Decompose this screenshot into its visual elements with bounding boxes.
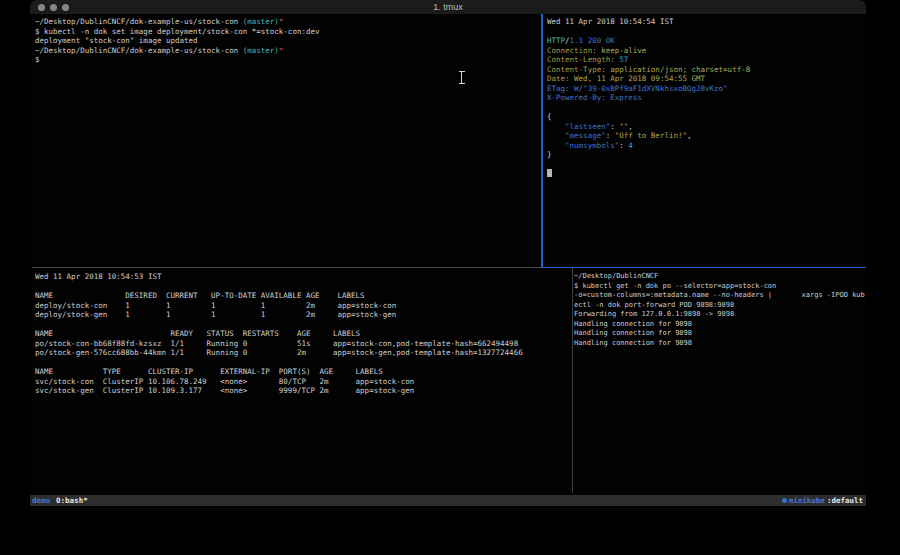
- text-segment: Wed 11 Apr 2018 10:54:54 IST: [547, 17, 673, 26]
- pane-http-response[interactable]: Wed 11 Apr 2018 10:54:54 IST HTTP/1.1 20…: [547, 17, 865, 265]
- text-segment: ~/Desktop/DublinCNCF/dok-example-us/stoc…: [35, 46, 243, 55]
- text-segment: ectl -n dok port-forward POD 9898:9898: [574, 301, 734, 309]
- terminal-line: [547, 169, 865, 179]
- text-segment: :: [619, 141, 628, 150]
- terminal-line: HTTP/1.1 200 OK: [547, 36, 865, 46]
- terminal-line: [547, 27, 865, 37]
- text-segment: Connection:: [547, 46, 597, 55]
- terminal-line: "message": "Off to Berlin!",: [547, 131, 865, 141]
- text-segment: application/json; charset=utf-8: [606, 65, 751, 74]
- terminal-line: }: [547, 150, 865, 160]
- terminal-line: X-Powered-By: Express: [547, 93, 865, 103]
- terminal-window: 1. tmux ~/Desktop/DublinCNCF/dok-example…: [30, 0, 866, 512]
- blank-line: [35, 282, 570, 292]
- text-segment: Forwarding from 127.0.0.1:9898 -> 9898: [574, 310, 734, 318]
- blank-line: [35, 320, 570, 330]
- text-segment: 57: [615, 55, 629, 64]
- text-segment: Handling connection for 9898: [574, 320, 692, 328]
- terminal-line: Content-Length: 57: [547, 55, 865, 65]
- text-segment: $ kubectl get -n dok po --selector=app=s…: [574, 282, 776, 290]
- title-bar[interactable]: 1. tmux: [30, 0, 866, 14]
- terminal-line: Forwarding from 127.0.0.1:9898 -> 9898: [574, 310, 866, 320]
- text-segment: HTTP: [547, 36, 565, 45]
- text-segment: W/"39-0xBPf9aF1dXVNkhsxoBQgJ8vKzo": [570, 84, 728, 93]
- text-segment: [547, 131, 565, 140]
- text-cursor-pointer: [458, 71, 465, 84]
- terminal-line: Handling connection for 9898: [574, 339, 866, 349]
- terminal-line: Content-Type: application/json; charset=…: [547, 65, 865, 75]
- terminal-line: ~/Desktop/DublinCNCF/dok-example-us/stoc…: [35, 17, 535, 27]
- deployments-table: NAME DESIRED CURRENT UP-TO-DATE AVAILABL…: [35, 291, 570, 320]
- text-segment: Content-Length:: [547, 55, 615, 64]
- kube-context-namespace: :default: [827, 495, 863, 506]
- terminal-line: Handling connection for 9898: [574, 329, 866, 339]
- terminal-line: [547, 160, 865, 170]
- pane-port-forward[interactable]: ~/Desktop/DublinCNCF$ kubectl get -n dok…: [574, 272, 866, 492]
- text-segment: [547, 141, 565, 150]
- terminal-line: ETag: W/"39-0xBPf9aF1dXVNkhsxoBQgJ8vKzo": [547, 84, 865, 94]
- blank-line: [35, 358, 570, 368]
- text-segment: Handling connection for 9898: [574, 339, 692, 347]
- text-segment: *: [279, 17, 284, 26]
- pane-divider-vertical-active[interactable]: [541, 14, 543, 268]
- text-segment: :: [610, 122, 619, 131]
- text-segment: :: [606, 131, 615, 140]
- tmux-window-item-bash[interactable]: 0:bash*: [56, 496, 88, 505]
- terminal-line: Wed 11 Apr 2018 10:54:54 IST: [547, 17, 865, 27]
- text-segment: deployment "stock-con" image updated: [35, 36, 198, 45]
- text-segment: -o=custom-columns=:metadata.name --no-he…: [574, 291, 865, 299]
- terminal-line: ectl -n dok port-forward POD 9898:9898: [574, 301, 866, 311]
- window-title: 1. tmux: [30, 2, 866, 12]
- kubernetes-context-icon: [782, 498, 787, 503]
- text-segment: ,: [628, 122, 633, 131]
- pods-table: NAME READY STATUS RESTARTS AGE LABELS po…: [35, 329, 570, 358]
- text-segment: X-Powered-By:: [547, 93, 606, 102]
- text-segment: [547, 122, 565, 131]
- text-segment: 1.1 200: [570, 36, 602, 45]
- terminal-line: deployment "stock-con" image updated: [35, 36, 535, 46]
- terminal-line: ~/Desktop/DublinCNCF: [574, 272, 866, 282]
- watch-timestamp: Wed 11 Apr 2018 10:54:53 IST: [35, 272, 570, 282]
- terminal-line: "numsymbols": 4: [547, 141, 865, 151]
- services-table: NAME TYPE CLUSTER-IP EXTERNAL-IP PORT(S)…: [35, 367, 570, 396]
- terminal-cursor: [547, 169, 552, 177]
- text-segment: keep-alive: [597, 46, 647, 55]
- kube-context-indicator: minikube:default: [782, 495, 863, 506]
- text-segment: OK: [606, 36, 615, 45]
- pane-kubectl-watch[interactable]: Wed 11 Apr 2018 10:54:53 IST NAME DESIRE…: [35, 272, 570, 492]
- pane-divider-horizontal-inactive[interactable]: [32, 267, 541, 268]
- text-segment: (master): [243, 46, 279, 55]
- kube-context-name: minikube: [789, 495, 825, 506]
- terminal-line: Date: Wed, 11 Apr 2018 09:54:55 GMT: [547, 74, 865, 84]
- text-segment: Date:: [547, 74, 570, 83]
- terminal-line: Handling connection for 9898: [574, 320, 866, 330]
- terminal-line: [547, 103, 865, 113]
- pane-shell-top-left[interactable]: ~/Desktop/DublinCNCF/dok-example-us/stoc…: [35, 17, 535, 265]
- pane-divider-vertical-inactive[interactable]: [572, 268, 573, 493]
- text-segment: Handling connection for 9898: [574, 329, 692, 337]
- text-segment: $: [35, 55, 40, 64]
- text-segment: ETag:: [547, 84, 570, 93]
- terminal-line: ~/Desktop/DublinCNCF/dok-example-us/stoc…: [35, 46, 535, 56]
- text-segment: Express: [606, 93, 642, 102]
- text-segment: (master): [243, 17, 279, 26]
- ibeam-bottom-serif: [459, 83, 465, 84]
- terminal-line: $ kubectl get -n dok po --selector=app=s…: [574, 282, 866, 292]
- tmux-status-bar: demo0:bash* minikube:default: [30, 495, 866, 506]
- tmux-session-name: demo: [32, 496, 50, 505]
- terminal-line: Connection: keep-alive: [547, 46, 865, 56]
- text-segment: ,: [687, 131, 692, 140]
- terminal-line: $: [35, 55, 535, 65]
- text-segment: "numsymbols": [565, 141, 619, 150]
- pane-divider-horizontal-active[interactable]: [541, 267, 866, 269]
- text-segment: *: [279, 46, 284, 55]
- text-segment: "message": [565, 131, 606, 140]
- text-segment: $ kubectl -n dok set image deployment/st…: [35, 27, 319, 36]
- terminal-line: -o=custom-columns=:metadata.name --no-he…: [574, 291, 866, 301]
- text-segment: {: [547, 112, 552, 121]
- text-segment: "": [619, 122, 628, 131]
- text-segment: Wed, 11 Apr 2018 09:54:55 GMT: [570, 74, 705, 83]
- text-segment: "lastseen": [565, 122, 610, 131]
- terminal-line: $ kubectl -n dok set image deployment/st…: [35, 27, 535, 37]
- text-segment: }: [547, 150, 552, 159]
